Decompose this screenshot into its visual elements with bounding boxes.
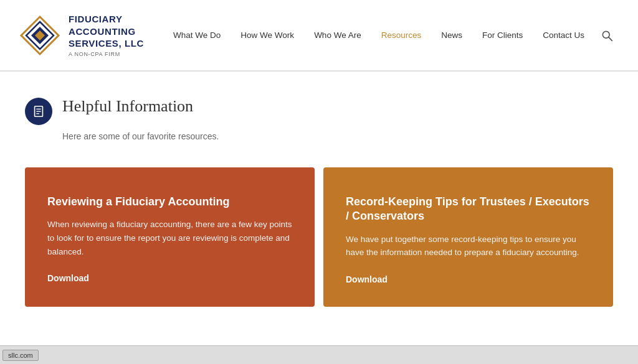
card-download-1[interactable]: Download bbox=[47, 273, 292, 283]
logo-icon bbox=[19, 14, 61, 57]
card-download-2[interactable]: Download bbox=[346, 274, 591, 284]
section-title: Helpful Information bbox=[62, 96, 193, 116]
nav-item-how-we-work[interactable]: How We Work bbox=[231, 27, 304, 44]
nav-item-what-we-do[interactable]: What We Do bbox=[163, 27, 231, 44]
nav-item-resources[interactable]: Resources bbox=[371, 27, 432, 44]
card-record-keeping: Record-Keeping Tips for Trustees / Execu… bbox=[323, 167, 613, 307]
logo-link[interactable]: Fiduciary Accounting Services, LLC A Non… bbox=[19, 13, 156, 57]
section-icon-container bbox=[25, 98, 52, 125]
main-nav: What We Do How We Work Who We Are Resour… bbox=[163, 26, 619, 45]
cards-row: Reviewing a Fiduciary Accounting When re… bbox=[25, 167, 613, 307]
card-title-2: Record-Keeping Tips for Trustees / Execu… bbox=[346, 195, 591, 224]
search-button[interactable] bbox=[594, 26, 619, 45]
section-title-block: Helpful Information bbox=[62, 96, 193, 116]
card-fiduciary-accounting: Reviewing a Fiduciary Accounting When re… bbox=[25, 167, 315, 307]
nav-item-who-we-are[interactable]: Who We Are bbox=[304, 27, 371, 44]
nav-item-news[interactable]: News bbox=[431, 27, 472, 44]
logo-subtitle: A Non-CPA Firm bbox=[69, 51, 144, 57]
svg-line-5 bbox=[609, 37, 612, 40]
logo-title-line1: Fiduciary bbox=[69, 13, 144, 26]
site-header: Fiduciary Accounting Services, LLC A Non… bbox=[0, 0, 638, 71]
main-content: Helpful Information Here are some of our… bbox=[0, 72, 638, 319]
search-icon bbox=[601, 29, 613, 42]
card-title-1: Reviewing a Fiduciary Accounting bbox=[47, 195, 292, 209]
logo-title-line3: Services, LLC bbox=[69, 37, 144, 50]
card-desc-2: We have put together some record-keeping… bbox=[346, 233, 591, 259]
nav-item-for-clients[interactable]: For Clients bbox=[472, 27, 533, 44]
logo-text: Fiduciary Accounting Services, LLC A Non… bbox=[69, 13, 144, 57]
section-header: Helpful Information bbox=[25, 96, 613, 125]
logo-title-line2: Accounting bbox=[69, 26, 144, 38]
card-desc-1: When reviewing a fiduciary accounting, t… bbox=[47, 218, 292, 258]
document-icon bbox=[32, 105, 45, 118]
nav-item-contact-us[interactable]: Contact Us bbox=[533, 27, 594, 44]
section-subtitle: Here are some of our favorite resources. bbox=[62, 131, 613, 141]
